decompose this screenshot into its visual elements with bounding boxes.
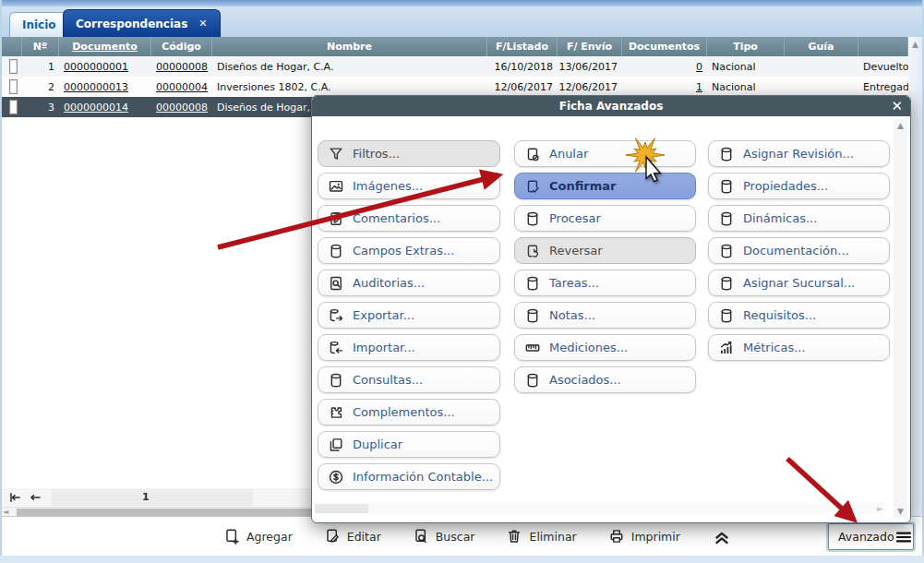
modal-button-label: Documentación... — [743, 244, 849, 258]
modal-button-anular[interactable]: Anular — [514, 140, 696, 167]
cell-value-codigo[interactable]: 00000008 — [156, 61, 208, 73]
cell-codigo: 00000008 — [151, 97, 212, 117]
cell-value-f_envio: 12/06/2017 — [559, 81, 618, 93]
column-header-f_envio[interactable]: F/ Envío — [558, 37, 622, 56]
column-header-nombre[interactable]: Nombre — [212, 37, 487, 56]
row-checkbox[interactable] — [9, 59, 18, 74]
agregar-button[interactable]: Agregar — [223, 528, 293, 545]
scroll-down-icon[interactable]: ▼ — [894, 505, 907, 518]
modal-button-requisitos[interactable]: Requisitos... — [708, 302, 890, 329]
modal-button-asignar-sucursal[interactable]: Asignar Sucursal... — [708, 270, 890, 296]
modal-button-propiedades[interactable]: Propiedades... — [708, 173, 890, 199]
modal-button-procesar[interactable]: Procesar — [514, 205, 696, 232]
modal-button-documentación[interactable]: Documentación... — [708, 237, 890, 264]
cell-codigo: 00000004 — [151, 77, 212, 97]
modal-button-métricas[interactable]: Métricas... — [708, 334, 890, 361]
modal-button-comentarios[interactable]: Comentarios... — [318, 205, 500, 232]
puzzle-icon — [328, 404, 344, 421]
editar-button[interactable]: Editar — [324, 528, 381, 545]
tab-correspondencias[interactable]: Correspondencias ✕ — [63, 9, 221, 37]
collapse-toolbar-button[interactable] — [712, 526, 732, 546]
scroll-left-icon[interactable]: ◄ — [3, 508, 8, 516]
modal-button-consultas[interactable]: Consultas... — [318, 366, 500, 393]
scroll-up-icon[interactable]: ▲ — [908, 37, 922, 52]
buscar-button[interactable]: Buscar — [413, 528, 475, 545]
advanced-button[interactable]: Avanzado — [828, 523, 914, 550]
cell-documentos: 0 — [622, 56, 707, 77]
modal-button-dinámicas[interactable]: Dinámicas... — [708, 205, 890, 232]
horizontal-scroll-thumb[interactable] — [315, 504, 368, 513]
modal-button-imágenes[interactable]: Imágenes... — [318, 173, 500, 199]
column-header-guia[interactable]: Guía — [785, 37, 858, 56]
cell-value-codigo[interactable]: 00000008 — [156, 102, 208, 114]
cell-value-codigo[interactable]: 00000004 — [156, 81, 208, 93]
eliminar-button[interactable]: Eliminar — [506, 528, 576, 545]
dialog-horizontal-scrollbar[interactable]: ► — [315, 503, 885, 514]
modal-button-campos-extras[interactable]: Campos Extras... — [318, 237, 500, 264]
table-row[interactable]: 1000000000100000008Diseños de Hogar, C.A… — [2, 56, 908, 77]
modal-button-label: Consultas... — [353, 373, 423, 387]
modal-button-importar[interactable]: Importar... — [318, 334, 500, 361]
modal-button-confirmar[interactable]: Confirmar — [514, 173, 696, 199]
imprimir-button[interactable]: Imprimir — [608, 528, 680, 545]
cell-f_envio: 13/06/2017 — [558, 56, 622, 77]
modal-button-label: Importar... — [353, 341, 415, 354]
column-header-tipo[interactable]: Tipo — [707, 37, 785, 56]
modal-button-complementos[interactable]: Complementos... — [318, 399, 500, 425]
edit-doc-icon — [324, 528, 341, 545]
column-header-label: Nº — [33, 41, 47, 53]
modal-button-notas[interactable]: Notas... — [514, 302, 696, 329]
column-header-estado[interactable] — [858, 37, 908, 56]
modal-button-duplicar[interactable]: Duplicar — [318, 431, 500, 458]
modal-button-exportar[interactable]: Exportar... — [318, 302, 500, 329]
column-header-f_listado[interactable]: F/Listado — [487, 37, 558, 56]
first-page-icon — [6, 490, 23, 505]
cell-value-documentos[interactable]: 0 — [696, 61, 702, 73]
cell-value-documento[interactable]: 0000000013 — [64, 81, 128, 93]
scroll-right-icon[interactable]: ► — [877, 504, 883, 513]
modal-button-mediciones[interactable]: Mediciones... — [514, 334, 696, 361]
cell-sel — [2, 77, 22, 97]
cell-guia — [785, 77, 858, 97]
cell-value-estado: Entregado — [863, 81, 908, 93]
funnel-icon — [328, 146, 344, 162]
cell-value-documentos[interactable]: 1 — [696, 81, 702, 93]
add-doc-icon — [223, 528, 240, 545]
modal-button-asociados[interactable]: Asociados... — [514, 366, 696, 393]
modal-button-label: Filtros... — [353, 147, 400, 161]
row-checkbox[interactable] — [9, 100, 18, 114]
prev-page-button[interactable] — [26, 489, 44, 506]
column-header-documentos[interactable]: Documentos — [622, 37, 707, 56]
modal-button-reversar[interactable]: Reversar — [514, 237, 696, 264]
modal-button-label: Requisitos... — [743, 308, 816, 322]
first-page-button[interactable] — [6, 489, 24, 506]
table-row[interactable]: 2000000001300000004Inversiones 1802, C.A… — [2, 77, 908, 97]
tab-close-icon[interactable]: ✕ — [198, 18, 207, 29]
modal-button-label: Comentarios... — [353, 211, 440, 225]
column-header-label: Código — [162, 41, 201, 53]
tab-label: Inicio — [22, 18, 56, 31]
cell-value-f_listado: 12/06/2017 — [495, 81, 553, 93]
column-header-n[interactable]: Nº — [22, 37, 59, 56]
scroll-up-icon[interactable]: ▲ — [894, 119, 907, 132]
column-header-sel[interactable] — [2, 37, 22, 56]
toolbar-button-label: Agregar — [246, 530, 293, 544]
modal-button-label: Asignar Revisión... — [743, 147, 854, 161]
modal-button-tareas[interactable]: Tareas... — [514, 270, 696, 296]
tab-inicio[interactable]: Inicio — [9, 12, 69, 37]
cell-value-documento[interactable]: 0000000014 — [64, 102, 128, 114]
cell-value-documento[interactable]: 0000000001 — [64, 61, 128, 73]
modal-button-información-contable[interactable]: Información Contable... — [318, 463, 500, 490]
modal-button-auditorias[interactable]: Auditorias... — [318, 270, 500, 296]
database-icon — [328, 243, 344, 259]
close-icon[interactable]: ✕ — [891, 96, 903, 116]
modal-button-filtros[interactable]: Filtros... — [318, 140, 500, 167]
dialog-titlebar[interactable]: Ficha Avanzados ✕ — [312, 96, 910, 116]
row-checkbox[interactable] — [9, 79, 18, 94]
column-header-documento[interactable]: Documento — [59, 37, 151, 56]
modal-button-asignar-revisión[interactable]: Asignar Revisión... — [708, 140, 890, 167]
column-header-codigo[interactable]: Código — [151, 37, 212, 56]
dialog-vertical-scrollbar[interactable]: ▲ ▼ — [894, 119, 907, 518]
cell-value-tipo: Nacional — [712, 81, 756, 93]
doc-cancel-icon — [524, 146, 541, 162]
